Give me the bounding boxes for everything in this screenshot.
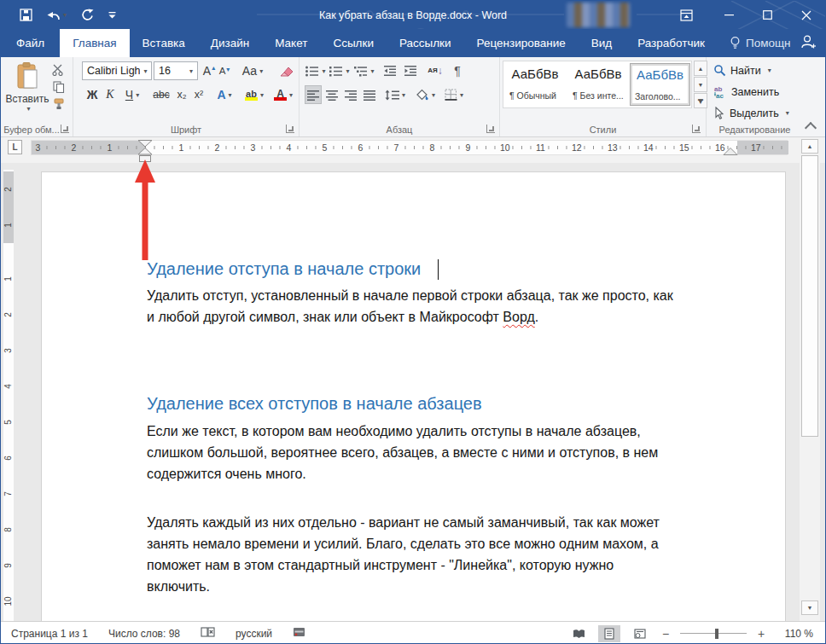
tellme-button[interactable]: Помощн	[721, 29, 800, 57]
group-editing: Найти ab ac Заменить Выделить Редактиров…	[707, 57, 803, 136]
save-icon	[20, 9, 32, 21]
scroll-down-button[interactable]: ▼	[801, 600, 818, 615]
undo-button[interactable]	[46, 9, 67, 21]
paste-button[interactable]: Вставить	[8, 60, 47, 121]
italic-button[interactable]: К	[103, 85, 117, 104]
justify-button[interactable]	[361, 85, 378, 104]
styles-scroll-up-button[interactable]: ▲	[694, 61, 707, 76]
tab-review[interactable]: Рецензирование	[464, 29, 579, 57]
align-center-button[interactable]	[323, 85, 340, 104]
style-card-heading1-selected[interactable]: АаБбВв Заголово...	[630, 63, 690, 106]
subscript-button[interactable]: x₂	[174, 85, 189, 104]
zoom-slider-thumb[interactable]	[715, 629, 718, 639]
minimize-button[interactable]	[710, 1, 748, 29]
dialog-launcher-styles[interactable]	[692, 125, 701, 133]
lightbulb-icon	[730, 36, 741, 50]
superscript-button[interactable]: x²	[191, 85, 206, 104]
underline-button[interactable]: Ч	[120, 85, 144, 104]
change-case-button[interactable]: Аа	[241, 61, 265, 80]
vertical-ruler[interactable]: 2112345678910	[3, 170, 14, 621]
view-print-layout-button[interactable]	[598, 625, 620, 642]
borders-button[interactable]	[441, 85, 467, 104]
grow-font-button[interactable]: А	[201, 61, 217, 80]
decrease-indent-button[interactable]	[381, 61, 399, 80]
font-name-combobox[interactable]: Calibri Light	[82, 61, 152, 80]
tab-references[interactable]: Ссылки	[320, 29, 387, 57]
replace-button[interactable]: ab ac Заменить	[713, 85, 779, 99]
dialog-launcher-font[interactable]	[286, 125, 294, 133]
chevron-down-icon[interactable]	[185, 62, 197, 79]
ruler-number: 1	[177, 142, 185, 153]
show-marks-button[interactable]: ¶	[449, 61, 466, 80]
macro-record-button[interactable]	[293, 627, 305, 640]
bold-button[interactable]: Ж	[84, 85, 100, 104]
highlight-button[interactable]: ab	[241, 85, 268, 104]
text-effects-button[interactable]: А	[212, 85, 236, 104]
tab-mailings[interactable]: Рассылки	[387, 29, 464, 57]
vertical-scrollbar[interactable]: ▲ ▼	[800, 137, 820, 621]
bullets-button[interactable]	[305, 61, 326, 80]
maximize-button[interactable]	[748, 1, 787, 29]
status-word-count[interactable]: Число слов: 98	[108, 628, 180, 640]
tab-home-label: Главная	[73, 37, 116, 49]
zoom-in-button[interactable]: +	[755, 627, 767, 641]
close-button[interactable]	[787, 1, 825, 29]
align-left-button[interactable]	[305, 85, 322, 104]
scroll-up-button[interactable]: ▲	[801, 139, 818, 154]
share-button[interactable]	[800, 34, 817, 53]
line-spacing-button[interactable]	[383, 85, 407, 104]
zoom-percentage[interactable]: 110 %	[776, 628, 813, 640]
proofing-status-button[interactable]	[201, 626, 215, 641]
ribbon-display-options-button[interactable]	[669, 1, 703, 29]
first-line-indent-marker[interactable]	[138, 141, 152, 148]
ruler-number: 9	[3, 560, 14, 571]
shading-button[interactable]	[412, 85, 438, 104]
proofing-book-icon	[201, 626, 215, 638]
copy-button[interactable]	[50, 79, 67, 95]
dialog-launcher-paragraph[interactable]	[486, 125, 495, 133]
hanging-indent-marker[interactable]	[138, 148, 152, 155]
styles-more-button[interactable]: ▬▼	[694, 93, 707, 108]
chevron-down-icon[interactable]	[140, 62, 151, 79]
tab-home[interactable]: Главная	[60, 29, 129, 57]
style-card-normal[interactable]: АаБбВв ¶ Обычный	[505, 63, 565, 106]
right-indent-marker[interactable]	[722, 147, 739, 156]
view-read-button[interactable]	[567, 625, 590, 642]
scrollbar-thumb[interactable]	[801, 155, 818, 437]
tab-file[interactable]: Файл	[1, 29, 60, 57]
cut-button[interactable]	[50, 62, 67, 78]
tab-design[interactable]: Дизайн	[198, 29, 262, 57]
redo-button[interactable]	[80, 9, 94, 21]
sort-button[interactable]: АЯ ↓	[425, 61, 445, 80]
numbering-button[interactable]	[328, 61, 351, 80]
clear-formatting-button[interactable]	[278, 61, 295, 80]
group-label-editing: Редактирование	[707, 125, 803, 135]
status-language[interactable]: русский	[236, 628, 272, 640]
font-size-combobox[interactable]: 16	[154, 61, 198, 80]
align-right-button[interactable]	[342, 85, 359, 104]
tab-developer[interactable]: Разработчик	[625, 29, 718, 57]
bold-label: Ж	[87, 88, 98, 102]
select-button[interactable]: Выделить	[713, 107, 789, 119]
view-web-layout-button[interactable]	[629, 625, 651, 642]
shrink-font-button[interactable]: А	[217, 61, 232, 80]
tab-selector[interactable]: L	[8, 140, 22, 154]
zoom-slider[interactable]	[680, 625, 747, 642]
find-button[interactable]: Найти	[713, 64, 771, 77]
styles-scroll-down-button[interactable]: ▼	[694, 77, 707, 92]
tab-insert[interactable]: Вставка	[130, 29, 198, 57]
increase-indent-button[interactable]	[401, 61, 420, 80]
font-color-button[interactable]: А	[270, 85, 296, 104]
zoom-out-button[interactable]: −	[660, 627, 672, 641]
format-painter-button[interactable]	[50, 96, 67, 112]
dialog-launcher-clipboard[interactable]	[61, 125, 69, 133]
tab-view[interactable]: Вид	[579, 29, 625, 57]
strikethrough-button[interactable]: abc	[150, 85, 172, 104]
collapse-ribbon-button[interactable]	[805, 122, 817, 134]
status-page-count[interactable]: Страница 1 из 1	[11, 628, 88, 640]
customize-qat-button[interactable]	[108, 10, 117, 20]
tab-layout[interactable]: Макет	[262, 29, 320, 57]
multilevel-list-button[interactable]	[352, 61, 375, 80]
style-card-no-spacing[interactable]: АаБбВв ¶ Без инте...	[568, 63, 628, 106]
save-button[interactable]	[20, 9, 32, 21]
